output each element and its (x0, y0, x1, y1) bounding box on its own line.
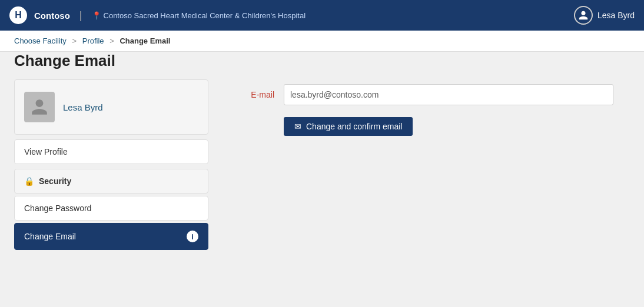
user-card: Lesa Byrd (14, 79, 208, 135)
sidebar-item-view-profile[interactable]: View Profile (14, 139, 208, 164)
email-field-row: E-mail (227, 84, 630, 105)
breadcrumb: Choose Facility > Profile > Change Email (0, 31, 644, 52)
info-badge: i (187, 231, 198, 242)
breadcrumb-sep-2: > (109, 36, 114, 45)
change-password-label: Change Password (24, 203, 91, 213)
sidebar-item-change-password[interactable]: Change Password (14, 196, 208, 221)
submit-row: ✉ Change and confirm email (227, 117, 630, 136)
header: H Contoso | 📍 Contoso Sacred Heart Medic… (0, 0, 644, 31)
breadcrumb-sep-1: > (72, 36, 77, 45)
breadcrumb-choose-facility[interactable]: Choose Facility (14, 36, 67, 45)
app-logo: H (9, 6, 27, 24)
sidebar: Lesa Byrd View Profile 🔒 Security Change… (14, 79, 208, 252)
page-title-section: Change Email (0, 52, 644, 79)
header-left: H Contoso | 📍 Contoso Sacred Heart Medic… (9, 6, 306, 24)
change-confirm-email-button[interactable]: ✉ Change and confirm email (284, 117, 413, 136)
envelope-icon: ✉ (294, 122, 301, 131)
form-area: E-mail ✉ Change and confirm email (227, 79, 630, 252)
security-label: Security (39, 176, 71, 186)
email-input[interactable] (284, 84, 613, 105)
lock-icon: 🔒 (24, 176, 34, 186)
header-right: Lesa Byrd (574, 6, 635, 25)
breadcrumb-current: Change Email (119, 36, 170, 45)
facility-name: 📍 Contoso Sacred Heart Medical Center & … (92, 11, 306, 20)
app-name: Contoso (34, 11, 70, 21)
change-email-label: Change Email (24, 232, 76, 241)
header-user-name: Lesa Byrd (597, 11, 635, 20)
header-divider: | (79, 9, 82, 22)
avatar (574, 6, 593, 25)
breadcrumb-profile[interactable]: Profile (82, 36, 104, 45)
submit-button-label: Change and confirm email (306, 122, 402, 131)
content-wrapper: Change Email Lesa Byrd View Profile 🔒 (0, 52, 644, 252)
page-title: Change Email (14, 52, 630, 70)
email-label: E-mail (227, 90, 274, 99)
sidebar-item-change-email[interactable]: Change Email i (14, 223, 208, 250)
main-content: Lesa Byrd View Profile 🔒 Security Change… (0, 79, 644, 252)
sidebar-security-header: 🔒 Security (14, 169, 208, 193)
view-profile-label: View Profile (24, 147, 68, 156)
user-avatar (24, 92, 55, 122)
sidebar-user-name: Lesa Byrd (63, 102, 103, 112)
location-icon: 📍 (92, 11, 101, 20)
